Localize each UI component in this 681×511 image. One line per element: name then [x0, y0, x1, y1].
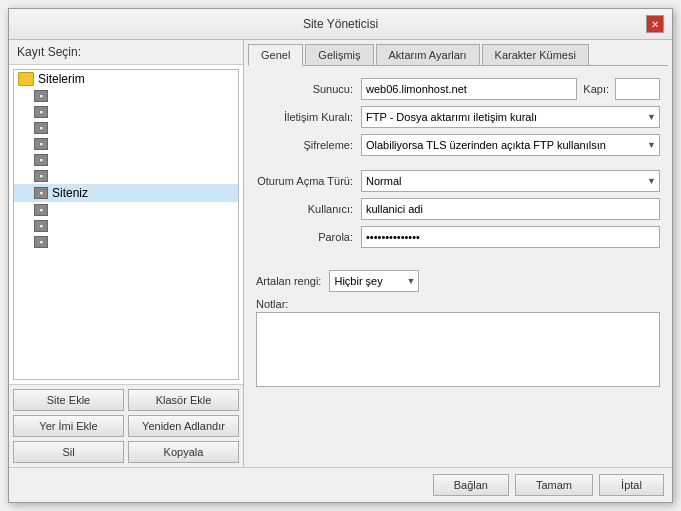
title-bar: Site Yöneticisi ✕ [9, 9, 672, 40]
iletisim-select[interactable]: FTP - Dosya aktarımı iletişim kuralı SFT… [361, 106, 660, 128]
sunucu-row: Sunucu: Kapı: [256, 78, 660, 100]
notlar-section: Notlar: [256, 298, 660, 390]
server-icon: ▪ [34, 122, 48, 134]
tree-view: Sitelerim ▪ ▪ ▪ ▪ [13, 69, 239, 380]
iletisim-label: İletişim Kuralı: [256, 111, 361, 123]
tree-item-s3[interactable]: ▪ [14, 120, 238, 136]
tamam-button[interactable]: Tamam [515, 474, 593, 496]
server-icon: ▪ [34, 90, 48, 102]
yer-imi-ekle-button[interactable]: Yer İmi Ekle [13, 415, 124, 437]
oturum-label: Oturum Açma Türü: [256, 175, 361, 187]
notlar-textarea[interactable] [256, 312, 660, 387]
artalan-label: Artalan rengi: [256, 275, 321, 287]
sifreleme-row: Şifreleme: Olabiliyorsa TLS üzerinden aç… [256, 134, 660, 156]
notlar-label: Notlar: [256, 298, 660, 310]
server-icon: ▪ [34, 138, 48, 150]
close-button[interactable]: ✕ [646, 15, 664, 33]
tree-item-s7[interactable]: ▪ [14, 202, 238, 218]
folder-icon [18, 72, 34, 86]
sidebar-label: Kayıt Seçin: [9, 40, 243, 65]
sil-button[interactable]: Sil [13, 441, 124, 463]
tab-genel[interactable]: Genel [248, 44, 303, 66]
tab-karakter-kumesi[interactable]: Karakter Kümesi [482, 44, 589, 65]
site-manager-dialog: Site Yöneticisi ✕ Kayıt Seçin: Sitelerim… [8, 8, 673, 503]
artalan-select[interactable]: Hiçbir şey Mavi Kırmızı Yeşil Sarı [329, 270, 419, 292]
main-panel: Genel Gelişmiş Aktarım Ayarları Karakter… [244, 40, 672, 467]
tree-item-sitelerim[interactable]: Sitelerim [14, 70, 238, 88]
tab-aktarim-ayarlari[interactable]: Aktarım Ayarları [376, 44, 480, 65]
sidebar-buttons: Site Ekle Klasör Ekle Yer İmi Ekle Yenid… [9, 384, 243, 467]
artalan-select-wrapper: Hiçbir şey Mavi Kırmızı Yeşil Sarı [329, 270, 419, 292]
sifreleme-select-wrapper: Olabiliyorsa TLS üzerinden açıkta FTP ku… [361, 134, 660, 156]
tree-item-s4[interactable]: ▪ [14, 136, 238, 152]
baglan-button[interactable]: Bağlan [433, 474, 509, 496]
tree-item-s6[interactable]: ▪ [14, 168, 238, 184]
sidebar: Kayıt Seçin: Sitelerim ▪ ▪ ▪ [9, 40, 244, 467]
tree-item-siteniz-label: Siteniz [52, 186, 88, 200]
server-icon: ▪ [34, 187, 48, 199]
server-icon: ▪ [34, 204, 48, 216]
sifreleme-label: Şifreleme: [256, 139, 361, 151]
tree-item-s8[interactable]: ▪ [14, 218, 238, 234]
tabs: Genel Gelişmiş Aktarım Ayarları Karakter… [248, 44, 668, 66]
kullanici-input[interactable] [361, 198, 660, 220]
dialog-title: Site Yöneticisi [35, 17, 646, 31]
yeniden-adlandir-button[interactable]: Yeniden Adlandır [128, 415, 239, 437]
sunucu-label: Sunucu: [256, 83, 361, 95]
tab-gelismis[interactable]: Gelişmiş [305, 44, 373, 65]
form-area: Sunucu: Kapı: İletişim Kuralı: FTP - Dos… [248, 74, 668, 463]
parola-row: Parola: [256, 226, 660, 248]
kopyala-button[interactable]: Kopyala [128, 441, 239, 463]
sunucu-input[interactable] [361, 78, 577, 100]
server-icon: ▪ [34, 170, 48, 182]
server-icon: ▪ [34, 220, 48, 232]
iletisim-select-wrapper: FTP - Dosya aktarımı iletişim kuralı SFT… [361, 106, 660, 128]
tree-item-s1[interactable]: ▪ [14, 88, 238, 104]
tree-item-s2[interactable]: ▪ [14, 104, 238, 120]
parola-input[interactable] [361, 226, 660, 248]
kullanici-row: Kullanıcı: [256, 198, 660, 220]
parola-label: Parola: [256, 231, 361, 243]
artalan-row: Artalan rengi: Hiçbir şey Mavi Kırmızı Y… [256, 270, 660, 292]
tree-item-label: Sitelerim [38, 72, 85, 86]
kullanici-label: Kullanıcı: [256, 203, 361, 215]
tree-item-s9[interactable]: ▪ [14, 234, 238, 250]
oturum-select[interactable]: Normal Anonim İste Etkileşimli [361, 170, 660, 192]
server-icon: ▪ [34, 106, 48, 118]
oturum-select-wrapper: Normal Anonim İste Etkileşimli [361, 170, 660, 192]
dialog-body: Kayıt Seçin: Sitelerim ▪ ▪ ▪ [9, 40, 672, 467]
iletisim-row: İletişim Kuralı: FTP - Dosya aktarımı il… [256, 106, 660, 128]
tree-item-siteniz[interactable]: ▪ Siteniz [14, 184, 238, 202]
server-icon: ▪ [34, 236, 48, 248]
oturum-row: Oturum Açma Türü: Normal Anonim İste Etk… [256, 170, 660, 192]
sifreleme-select[interactable]: Olabiliyorsa TLS üzerinden açıkta FTP ku… [361, 134, 660, 156]
iptal-button[interactable]: İptal [599, 474, 664, 496]
kapi-input[interactable] [615, 78, 660, 100]
server-icon: ▪ [34, 154, 48, 166]
tree-item-s5[interactable]: ▪ [14, 152, 238, 168]
site-ekle-button[interactable]: Site Ekle [13, 389, 124, 411]
klasor-ekle-button[interactable]: Klasör Ekle [128, 389, 239, 411]
dialog-footer: Bağlan Tamam İptal [9, 467, 672, 502]
kapi-label: Kapı: [583, 83, 609, 95]
